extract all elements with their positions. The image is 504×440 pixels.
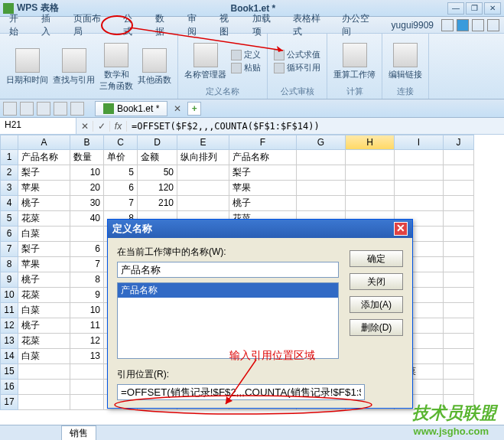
cell[interactable]: 梨子 — [18, 242, 70, 257]
cell[interactable] — [346, 196, 395, 211]
cell[interactable] — [297, 196, 346, 211]
cell[interactable] — [395, 165, 444, 181]
cell[interactable] — [346, 181, 395, 196]
header-cell[interactable]: 金额 — [138, 150, 177, 165]
name-box[interactable]: H21 — [0, 118, 76, 134]
row-header[interactable]: 1 — [0, 150, 18, 165]
close-button[interactable]: 关闭 — [350, 273, 403, 290]
cell[interactable]: 30 — [70, 196, 104, 211]
cell[interactable]: 花菜 — [18, 334, 70, 349]
name-input[interactable] — [117, 262, 339, 278]
restore-button[interactable]: ❐ — [466, 2, 483, 15]
cell[interactable]: 10 — [70, 303, 104, 318]
cell[interactable] — [444, 380, 474, 395]
row-header[interactable]: 7 — [0, 242, 18, 257]
cell[interactable] — [395, 181, 444, 196]
menu-review[interactable]: 审阅 — [183, 11, 209, 40]
cell[interactable]: 6 — [70, 242, 104, 257]
cell[interactable]: 210 — [138, 196, 177, 211]
cell[interactable]: 9 — [70, 288, 104, 303]
name-manager-button[interactable]: 名称管理器 — [184, 43, 226, 80]
formula-input[interactable]: =OFFSET($F$2,,,COUNTA($F$1:$F$14)) — [127, 119, 504, 133]
row-header[interactable]: 16 — [0, 380, 18, 395]
close-button[interactable]: ✕ — [484, 2, 501, 15]
cell[interactable]: 20 — [70, 181, 104, 196]
cell[interactable]: 50 — [138, 165, 177, 181]
cell[interactable] — [177, 165, 229, 181]
cell[interactable] — [297, 165, 346, 181]
cell[interactable]: 梨子 — [229, 165, 297, 181]
cell[interactable]: 桃子 — [18, 272, 70, 288]
cell[interactable]: 苹果 — [18, 181, 70, 196]
row-header[interactable]: 15 — [0, 364, 18, 380]
minimize-button[interactable]: — — [447, 2, 464, 15]
cell[interactable]: 苹果 — [229, 181, 297, 196]
dialog-title-bar[interactable]: 定义名称 ✕ — [108, 220, 412, 238]
user-menu-icon[interactable] — [472, 19, 484, 31]
cell[interactable]: 桃子 — [229, 196, 297, 211]
paste-name-button[interactable]: 粘贴 — [231, 62, 261, 73]
header-cell[interactable]: 产品名称 — [18, 150, 70, 165]
cell[interactable]: 白菜 — [18, 227, 70, 242]
list-item[interactable]: 产品名称 — [118, 283, 338, 298]
menu-addon[interactable]: 加载项 — [248, 11, 282, 40]
header-cell[interactable]: 纵向排列 — [177, 150, 229, 165]
col-header-J[interactable]: J — [444, 135, 474, 150]
math-button[interactable]: 数学和 三角函数 — [99, 43, 133, 92]
cell[interactable] — [444, 181, 474, 196]
row-header[interactable]: 13 — [0, 334, 18, 349]
delete-button[interactable]: 删除(D) — [350, 319, 403, 336]
cell[interactable]: 11 — [70, 318, 104, 334]
menu-view[interactable]: 视图 — [215, 11, 241, 40]
cell[interactable] — [18, 395, 70, 410]
cell[interactable]: 白菜 — [18, 349, 70, 364]
cell[interactable]: 7 — [70, 257, 104, 272]
row-header[interactable]: 4 — [0, 196, 18, 211]
menu-insert[interactable]: 插入 — [37, 11, 63, 40]
help-icon[interactable] — [487, 19, 499, 31]
menu-workspace[interactable]: 办公空间 — [337, 11, 380, 40]
workbook-tab[interactable]: Book1.et * — [95, 101, 167, 116]
cell[interactable]: 5 — [104, 165, 138, 181]
lookup-button[interactable]: 查找与引用 — [53, 48, 95, 86]
cell[interactable] — [444, 272, 474, 288]
row-header[interactable]: 6 — [0, 227, 18, 242]
sheet-tab[interactable]: 销售 — [61, 425, 96, 441]
cell[interactable] — [444, 227, 474, 242]
menu-table-style[interactable]: 表格样式 — [288, 11, 331, 40]
cell[interactable] — [444, 364, 474, 380]
select-all-corner[interactable] — [0, 135, 18, 150]
cell[interactable] — [297, 181, 346, 196]
cell[interactable]: 10 — [70, 165, 104, 181]
new-tab-button[interactable]: + — [187, 102, 201, 116]
cell[interactable]: 桃子 — [18, 318, 70, 334]
cell[interactable]: 12 — [70, 334, 104, 349]
row-header[interactable]: 12 — [0, 318, 18, 334]
col-header-D[interactable]: D — [138, 135, 177, 150]
row-header[interactable]: 3 — [0, 181, 18, 196]
header-cell[interactable]: 产品名称 — [229, 150, 297, 165]
cell[interactable]: 白菜 — [18, 303, 70, 318]
col-header-G[interactable]: G — [297, 135, 346, 150]
menu-formula[interactable]: 公式 — [119, 11, 145, 40]
other-func-button[interactable]: 其他函数 — [138, 48, 171, 86]
redo-icon[interactable] — [70, 102, 84, 116]
cell[interactable]: 120 — [138, 181, 177, 196]
col-header-F[interactable]: F — [229, 135, 297, 150]
cell[interactable]: 花菜 — [18, 211, 70, 227]
cell[interactable] — [346, 165, 395, 181]
row-header[interactable]: 17 — [0, 395, 18, 410]
row-header[interactable]: 2 — [0, 165, 18, 181]
circular-ref-button[interactable]: 循环引用 — [274, 62, 320, 73]
date-time-button[interactable]: 日期和时间 — [6, 48, 48, 86]
row-header[interactable]: 10 — [0, 288, 18, 303]
cell[interactable] — [444, 211, 474, 227]
header-cell[interactable]: 数量 — [70, 150, 104, 165]
user-icon[interactable] — [441, 19, 454, 31]
evaluate-formula-button[interactable]: 公式求值 — [274, 49, 320, 60]
save-icon[interactable] — [3, 102, 17, 116]
col-header-B[interactable]: B — [70, 135, 104, 150]
edit-links-button[interactable]: 编辑链接 — [389, 43, 422, 80]
cell[interactable] — [70, 395, 104, 410]
ok-button[interactable]: 确定 — [350, 250, 403, 267]
